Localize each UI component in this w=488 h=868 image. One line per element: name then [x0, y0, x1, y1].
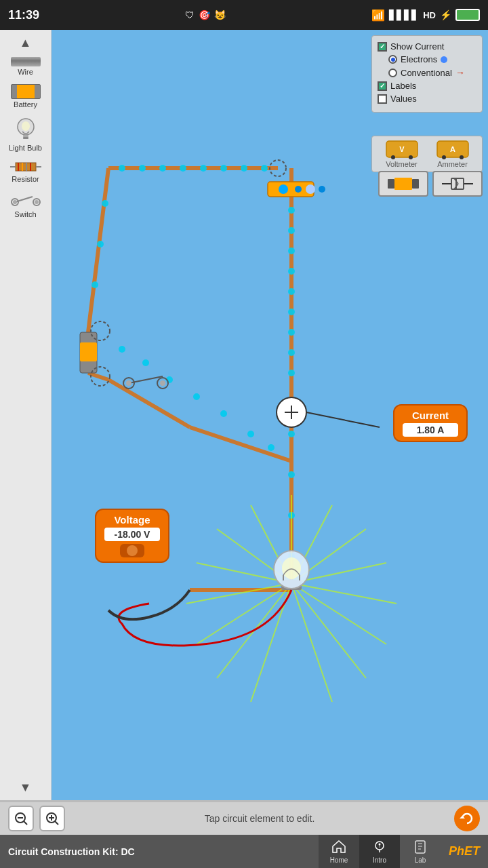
svg-point-68: [97, 241, 104, 248]
values-row[interactable]: Values: [378, 94, 476, 104]
svg-point-20: [409, 155, 413, 159]
ammeter-item[interactable]: A Ammeter: [436, 140, 470, 168]
zoom-in-icon: [45, 811, 60, 826]
wifi-icon: 📶: [371, 9, 385, 22]
svg-point-73: [193, 393, 200, 400]
svg-line-105: [291, 583, 366, 678]
reset-button[interactable]: [454, 806, 480, 831]
status-icons: 🛡 🎯 😺: [185, 9, 226, 20]
conventional-row[interactable]: Conventional →: [378, 67, 476, 78]
zoom-buttons: [8, 806, 65, 831]
sidebar-item-battery[interactable]: Battery: [2, 80, 49, 113]
conventional-radio[interactable]: [388, 68, 397, 77]
signal-icon: ▋▋▋▋: [389, 9, 419, 20]
svg-point-15: [13, 200, 17, 204]
svg-point-16: [35, 200, 39, 204]
conventional-arrow-icon: →: [455, 67, 465, 78]
component-sidebar: ▲ Wire Battery Light Bulb Resistor: [0, 30, 52, 800]
voltage-display[interactable]: Voltage -18.00 V: [95, 509, 169, 563]
svg-point-66: [288, 370, 295, 376]
intro-tab-label: Intro: [373, 856, 386, 864]
svg-point-77: [288, 431, 295, 437]
svg-point-92: [295, 186, 302, 193]
battery-tool-button[interactable]: [378, 171, 428, 197]
svg-point-50: [139, 165, 146, 172]
control-panel: ✓ Show Current Electrons Conventional → …: [371, 35, 483, 113]
voltage-title: Voltage: [104, 514, 160, 526]
svg-point-88: [126, 380, 131, 386]
nav-tab-lab[interactable]: Lab: [400, 835, 441, 868]
current-value: 1.80 A: [403, 423, 458, 437]
sidebar-item-lightbulb[interactable]: Light Bulb: [2, 113, 49, 156]
wire-label: Wire: [18, 68, 33, 76]
labels-checkbox[interactable]: ✓: [378, 81, 387, 91]
ammeter-tool-button[interactable]: [432, 171, 483, 197]
lightbulb-icon: [14, 117, 37, 142]
svg-point-64: [288, 329, 295, 336]
electron-dot-icon: [441, 56, 447, 63]
svg-point-67: [102, 200, 108, 207]
meter-images: V Voltmeter A Ammeter: [376, 140, 478, 167]
zoom-out-button[interactable]: [8, 806, 34, 831]
values-checkbox[interactable]: [378, 94, 387, 104]
battery-indicator: [455, 9, 480, 21]
phet-logo: PhET: [441, 835, 488, 868]
svg-point-70: [119, 346, 125, 353]
svg-point-56: [261, 165, 268, 172]
bottom-toolbar: Tap circuit element to edit.: [0, 802, 488, 835]
svg-point-49: [119, 165, 125, 172]
conventional-label: Conventional: [401, 68, 452, 78]
electrons-row[interactable]: Electrons: [378, 54, 476, 64]
svg-point-93: [306, 184, 315, 194]
hd-badge: HD: [423, 10, 436, 20]
voltmeter-item[interactable]: V Voltmeter: [385, 140, 419, 168]
reset-icon: [460, 811, 474, 826]
current-display[interactable]: Current 1.80 A: [393, 404, 468, 442]
svg-point-23: [442, 155, 446, 159]
resistor-icon: [10, 160, 41, 174]
svg-point-60: [288, 248, 295, 254]
sidebar-item-resistor[interactable]: Resistor: [2, 156, 49, 187]
svg-rect-28: [412, 179, 419, 189]
bottom-tabs: Circuit Construction Kit: DC Home i Intr…: [0, 835, 488, 868]
svg-line-48: [190, 427, 291, 461]
battery-label: Battery: [14, 100, 37, 108]
meter-panel: V Voltmeter A Ammeter: [371, 136, 483, 172]
lab-icon: [412, 839, 428, 855]
show-current-row[interactable]: ✓ Show Current: [378, 41, 476, 52]
electrons-radio[interactable]: [388, 55, 397, 64]
lightning-icon: ⚡: [440, 9, 451, 20]
sidebar-scroll-down[interactable]: ▼: [12, 777, 39, 797]
svg-rect-131: [415, 841, 425, 853]
nav-tab-intro[interactable]: i Intro: [359, 835, 400, 868]
svg-line-45: [88, 168, 108, 332]
labels-label: Labels: [390, 81, 416, 91]
resistor-label: Resistor: [12, 175, 39, 183]
sidebar-scroll-up[interactable]: ▲: [12, 33, 39, 53]
status-right: 📶 ▋▋▋▋ HD ⚡: [371, 9, 480, 22]
nav-tabs: Home i Intro Lab: [319, 835, 441, 868]
svg-line-46: [108, 380, 190, 427]
wire-icon: [11, 57, 41, 66]
show-current-checkbox[interactable]: ✓: [378, 42, 387, 52]
sidebar-item-switch[interactable]: Switch: [2, 187, 49, 222]
nav-tab-home[interactable]: Home: [319, 835, 359, 868]
switch-icon: [11, 191, 41, 209]
sidebar-item-wire[interactable]: Wire: [2, 53, 49, 80]
checkmark-icon-2: ✓: [380, 82, 385, 90]
svg-point-78: [288, 471, 295, 478]
ammeter-icon: A: [436, 140, 470, 160]
status-bar: 11:39 🛡 🎯 😺 📶 ▋▋▋▋ HD ⚡: [0, 0, 488, 30]
svg-point-74: [220, 410, 227, 417]
svg-point-71: [142, 359, 149, 366]
labels-row[interactable]: ✓ Labels: [378, 81, 476, 91]
svg-text:A: A: [450, 145, 455, 153]
shield-icon: 🛡: [185, 9, 195, 20]
values-label: Values: [390, 94, 417, 104]
lab-tab-label: Lab: [415, 856, 426, 864]
voltmeter-icon: V: [385, 140, 419, 160]
zoom-in-button[interactable]: [39, 806, 65, 831]
tool-buttons: [378, 171, 483, 197]
svg-rect-27: [394, 178, 412, 190]
voltage-knob[interactable]: [120, 544, 144, 557]
